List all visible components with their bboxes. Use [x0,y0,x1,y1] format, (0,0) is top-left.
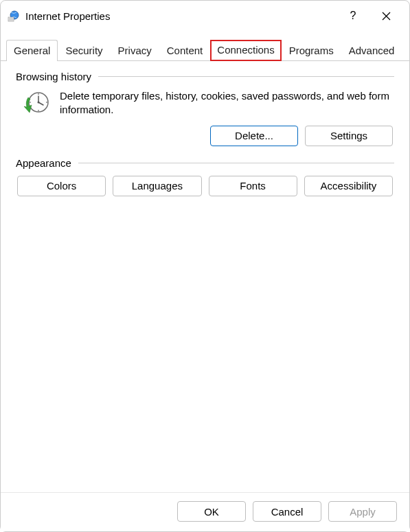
tab-bar: General Security Privacy Content Connect… [1,39,409,61]
tab-connections[interactable]: Connections [210,40,281,61]
svg-point-13 [30,102,31,103]
cancel-button[interactable]: Cancel [253,501,321,522]
delete-button[interactable]: Delete... [210,126,298,146]
window-title: Internet Properties [25,10,110,22]
tab-programs[interactable]: Programs [282,40,341,61]
fonts-button[interactable]: Fonts [209,176,297,196]
close-button[interactable] [371,6,401,25]
settings-button[interactable]: Settings [305,126,393,146]
ok-button[interactable]: OK [177,501,246,522]
dialog-actions: OK Cancel Apply [1,492,409,531]
internet-options-icon [8,10,20,22]
browsing-history-group: Browsing history [16,71,394,146]
browsing-history-label: Browsing history [16,71,91,82]
close-icon [382,12,391,21]
svg-point-12 [38,110,39,111]
svg-rect-1 [8,17,14,21]
appearance-group: Appearance Colors Languages Fonts Access… [16,157,394,196]
browsing-history-description: Delete temporary files, history, cookies… [60,89,394,117]
tab-content-general: Browsing history [1,61,409,492]
titlebar: Internet Properties ? [1,1,409,30]
colors-button[interactable]: Colors [17,176,106,196]
divider [98,76,394,77]
tab-content[interactable]: Content [159,40,211,61]
accessibility-button[interactable]: Accessibility [304,176,393,196]
tab-privacy[interactable]: Privacy [111,40,159,61]
internet-properties-dialog: Internet Properties ? General Security P… [0,0,410,532]
tab-security[interactable]: Security [58,40,110,61]
svg-point-11 [46,102,47,103]
svg-point-10 [38,93,39,95]
history-clock-icon [23,89,52,118]
tab-general[interactable]: General [6,40,58,61]
tab-advanced[interactable]: Advanced [341,40,402,61]
help-button[interactable]: ? [339,6,367,25]
apply-button[interactable]: Apply [328,501,397,522]
divider [78,163,394,163]
languages-button[interactable]: Languages [113,176,201,196]
appearance-label: Appearance [16,157,71,169]
